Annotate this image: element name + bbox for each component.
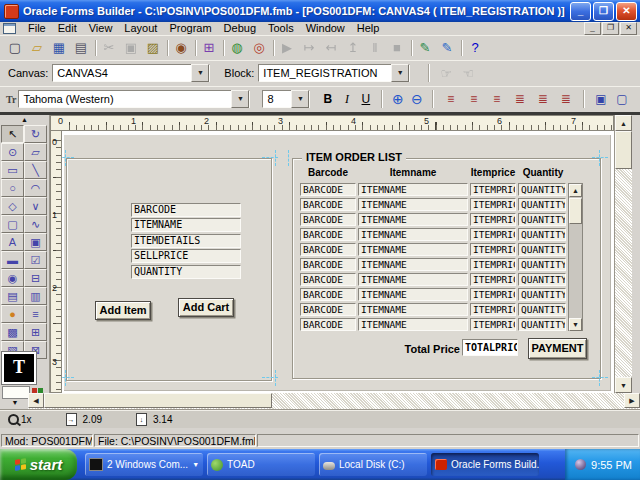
font-size-select[interactable]: 8 ▼ [262, 90, 310, 108]
scroll-right-icon[interactable]: ▶ [624, 393, 640, 408]
rotate-tool[interactable]: ↻ [24, 125, 47, 143]
canvas-select[interactable]: CANVAS4 ▼ [52, 64, 210, 82]
menu-item[interactable]: View [83, 22, 119, 35]
text-item[interactable]: BARCODE [131, 203, 241, 217]
menu-item[interactable]: Program [163, 22, 217, 35]
select-tool[interactable]: ↖ [1, 125, 24, 143]
text-tool[interactable]: A [1, 233, 24, 251]
update-layout-button[interactable]: ☞ [435, 63, 457, 83]
align-right-button[interactable]: ≡ [485, 90, 508, 108]
itemname-cell[interactable]: ITEMNAME [358, 258, 468, 271]
polyline-tool[interactable]: ∨ [24, 197, 47, 215]
radio-button-tool[interactable]: ◉ [1, 269, 24, 287]
debug-mode-button[interactable]: ◎ [248, 38, 270, 58]
quantity-cell[interactable]: QUANTITY [518, 273, 566, 286]
itemprice-cell[interactable]: ITEMPRICE [470, 258, 516, 271]
close-button[interactable]: ✕ [616, 2, 637, 21]
barcode-cell[interactable]: BARCODE [300, 258, 356, 271]
itemname-cell[interactable]: ITEMNAME [358, 303, 468, 316]
font-select[interactable]: Tahoma (Western) ▼ [18, 90, 250, 108]
list-item-tool[interactable]: ▩ [1, 323, 24, 341]
itemprice-cell[interactable]: ITEMPRICE [470, 228, 516, 241]
quantity-cell[interactable]: QUANTITY [518, 303, 566, 316]
menu-item[interactable]: Layout [118, 22, 163, 35]
step-over-button[interactable]: ↤ [320, 38, 342, 58]
chevron-down-icon[interactable]: ▼ [291, 90, 309, 108]
rounded-rectangle-tool[interactable]: ▢ [1, 215, 24, 233]
restore-button[interactable]: ❐ [593, 2, 614, 21]
quantity-cell[interactable]: QUANTITY [518, 258, 566, 271]
scroll-left-icon[interactable]: ◀ [28, 393, 44, 408]
chevron-down-icon[interactable]: ▼ [231, 90, 249, 108]
frame-tool[interactable]: ▣ [24, 233, 47, 251]
scrollbar-thumb[interactable] [615, 131, 632, 169]
save-button[interactable]: ▦ [48, 38, 70, 58]
quantity-cell[interactable]: QUANTITY [518, 213, 566, 226]
arc-tool[interactable]: ◠ [24, 179, 47, 197]
scroll-up-icon[interactable]: ▲ [569, 184, 582, 197]
horizontal-scrollbar[interactable]: ◀ ▶ [28, 393, 640, 409]
line-tool[interactable]: ╲ [24, 161, 47, 179]
text-item[interactable]: QUANTITY [131, 265, 241, 279]
order-list-scrollbar[interactable]: ▲ ▼ [568, 183, 583, 331]
taskbar-task[interactable]: Local Disk (C:) ▼ [319, 453, 427, 476]
fill-color-swatch[interactable] [2, 386, 30, 399]
menu-item[interactable]: Help [351, 22, 386, 35]
block-select[interactable]: ITEM_REGISTRATION ▼ [258, 64, 410, 82]
magnify-tool[interactable]: ⊙ [1, 143, 24, 161]
menu-item[interactable]: File [22, 22, 52, 35]
align-left-button[interactable]: ≡ [439, 90, 462, 108]
chart-item-tool[interactable]: ▥ [24, 287, 47, 305]
scroll-up-icon[interactable]: ▲ [615, 115, 632, 131]
send-to-back-button[interactable]: ▢ [611, 90, 632, 108]
image-item-tool[interactable]: ▤ [1, 287, 24, 305]
taskbar-task[interactable]: Oracle Forms Build... ▼ [431, 453, 539, 476]
cut-button[interactable]: ✂ [98, 38, 120, 58]
itemname-cell[interactable]: ITEMNAME [358, 213, 468, 226]
itemname-cell[interactable]: ITEMNAME [358, 183, 468, 196]
quantity-cell[interactable]: QUANTITY [518, 198, 566, 211]
text-item[interactable]: SELLPRICE [131, 249, 241, 263]
itemname-cell[interactable]: ITEMNAME [358, 243, 468, 256]
itemprice-cell[interactable]: ITEMPRICE [470, 273, 516, 286]
hierarchical-tree-tool[interactable]: ⊞ [24, 323, 47, 341]
barcode-cell[interactable]: BARCODE [300, 273, 356, 286]
itemprice-cell[interactable]: ITEMPRICE [470, 288, 516, 301]
display-item-tool[interactable]: ≡ [24, 305, 47, 323]
italic-button[interactable]: I [337, 90, 356, 108]
mdi-document-icon[interactable] [3, 23, 16, 34]
new-button[interactable]: ▢ [4, 38, 26, 58]
itemprice-cell[interactable]: ITEMPRICE [470, 318, 516, 331]
pause-button[interactable]: ‖ [364, 38, 386, 58]
go-button[interactable]: ▶ [276, 38, 298, 58]
mdi-restore-button[interactable]: ❐ [602, 22, 619, 35]
copy-button[interactable]: ▣ [120, 38, 142, 58]
taskbar-task[interactable]: TOAD ▼ [207, 453, 315, 476]
itemname-cell[interactable]: ITEMNAME [358, 318, 468, 331]
check-box-tool[interactable]: ☑ [24, 251, 47, 269]
step-into-button[interactable]: ↦ [298, 38, 320, 58]
vertical-scrollbar[interactable]: ▲ ▼ [614, 115, 632, 393]
step-out-button[interactable]: ↥ [342, 38, 364, 58]
rectangle-tool[interactable]: ▭ [1, 161, 24, 179]
quantity-cell[interactable]: QUANTITY [518, 318, 566, 331]
payment-button[interactable]: PAYMENT [528, 338, 587, 359]
tray-icon[interactable] [575, 459, 586, 470]
scroll-down-icon[interactable]: ▼ [569, 318, 582, 331]
text-color-tool[interactable]: T [2, 352, 36, 384]
scroll-down-icon[interactable]: ▼ [615, 377, 632, 393]
help-button[interactable]: ? [464, 38, 486, 58]
minimize-button[interactable]: _ [570, 2, 591, 21]
barcode-cell[interactable]: BARCODE [300, 318, 356, 331]
quantity-cell[interactable]: QUANTITY [518, 228, 566, 241]
text-item[interactable]: ITEMNAME [131, 218, 241, 232]
zoom-in-button[interactable]: ⊕ [388, 90, 407, 108]
chevron-down-icon[interactable]: ▼ [391, 64, 409, 82]
freehand-tool[interactable]: ∿ [24, 215, 47, 233]
underline-button[interactable]: U [356, 90, 375, 108]
quantity-cell[interactable]: QUANTITY [518, 183, 566, 196]
start-button[interactable]: start [0, 449, 77, 480]
itemprice-cell[interactable]: ITEMPRICE [470, 198, 516, 211]
text-item-tool[interactable]: ⊟ [24, 269, 47, 287]
itemprice-cell[interactable]: ITEMPRICE [470, 243, 516, 256]
